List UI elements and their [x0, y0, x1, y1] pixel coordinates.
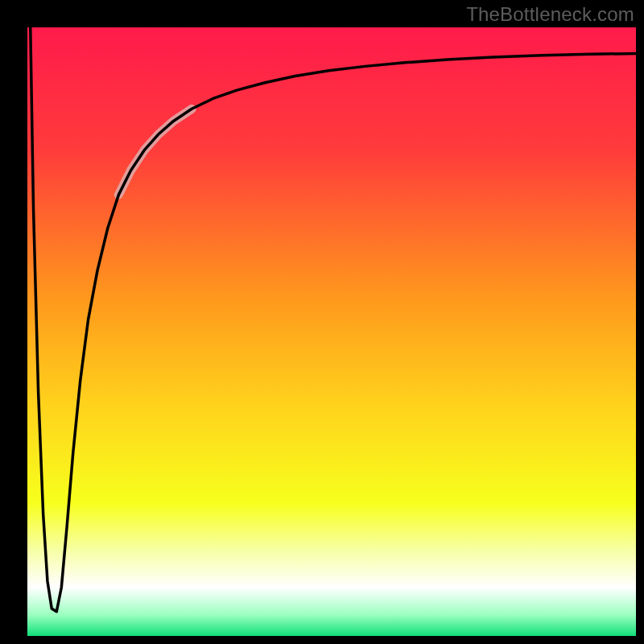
chart-frame: TheBottleneck.com — [0, 0, 644, 644]
plot-area — [27, 27, 636, 636]
gradient-background — [27, 27, 636, 636]
watermark-label: TheBottleneck.com — [466, 3, 634, 26]
plot-svg — [27, 27, 636, 636]
